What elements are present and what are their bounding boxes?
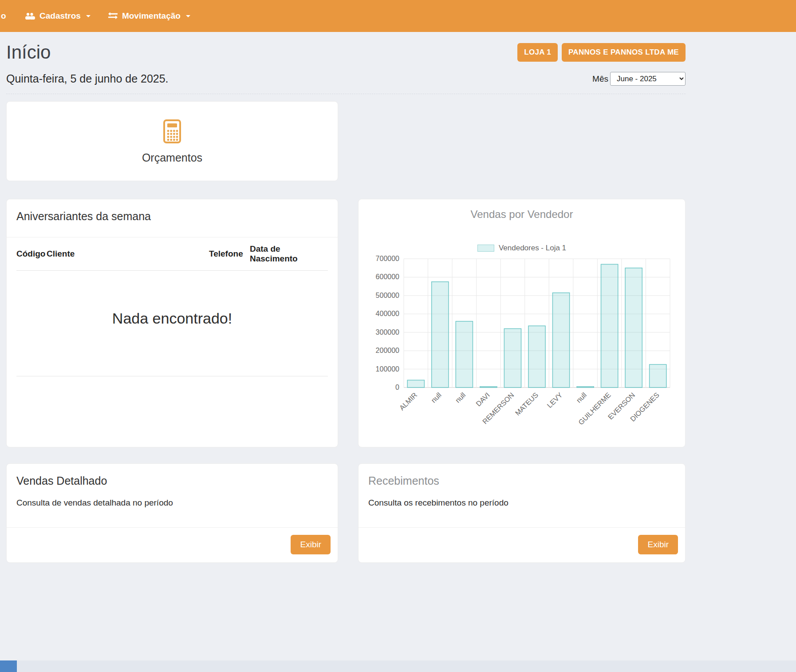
vendas-exibir-button[interactable]: Exibir	[291, 535, 331, 554]
users-icon	[25, 12, 35, 20]
svg-text:600000: 600000	[376, 273, 399, 281]
header-buttons: LOJA 1 PANNOS E PANNOS LTDA ME	[517, 43, 686, 62]
footer-bar	[0, 660, 796, 672]
orcamentos-card[interactable]: Orçamentos	[6, 101, 338, 181]
svg-text:null: null	[454, 391, 467, 404]
nav-item-movimentacao[interactable]: Movimentação	[108, 11, 190, 21]
footer-accent-square	[0, 660, 17, 672]
column-header-cliente: Cliente	[47, 237, 209, 271]
page-header: Início LOJA 1 PANNOS E PANNOS LTDA ME	[6, 42, 686, 63]
loja-button[interactable]: LOJA 1	[517, 43, 558, 62]
nav-item-label: Cadastros	[39, 11, 81, 21]
current-date: Quinta-feira, 5 de junho de 2025.	[6, 72, 169, 85]
birthdays-card: Aniversariantes da semana Código Cliente…	[6, 199, 338, 447]
svg-text:400000: 400000	[376, 310, 399, 317]
birthdays-table: Código Cliente Telefone Data de Nascimen…	[16, 237, 328, 376]
navbar: o Cadastros Movimentação	[0, 0, 796, 32]
svg-text:700000: 700000	[376, 255, 399, 262]
month-label: Mês	[592, 74, 608, 84]
calculator-icon	[159, 119, 185, 146]
navbar-truncated-item[interactable]: o	[1, 11, 7, 21]
recebimentos-exibir-button[interactable]: Exibir	[638, 535, 678, 554]
recebimentos-card: Recebimentos Consulta os recebimentos no…	[358, 463, 686, 563]
legend-label: Vendedores - Loja 1	[499, 244, 566, 253]
bottom-row: Vendas Detalhado Consulta de vendas deta…	[6, 463, 686, 563]
svg-text:300000: 300000	[376, 328, 399, 336]
column-header-codigo: Código	[16, 237, 47, 271]
middle-row: Aniversariantes da semana Código Cliente…	[6, 199, 686, 447]
chevron-down-icon	[186, 15, 190, 17]
recebimentos-description: Consulta os recebimentos no período	[368, 498, 675, 508]
svg-text:null: null	[430, 391, 443, 404]
svg-text:0: 0	[395, 383, 399, 391]
vendas-chart: 0100000200000300000400000500000600000700…	[366, 254, 677, 432]
empty-state-message: Nada encontrado!	[16, 271, 328, 376]
legend-swatch	[477, 245, 494, 252]
chart-title: Vendas por Vendedor	[359, 199, 685, 221]
svg-text:200000: 200000	[376, 347, 399, 354]
company-button[interactable]: PANNOS E PANNOS LTDA ME	[562, 43, 686, 62]
sales-chart-card: Vendas por Vendedor Vendedores - Loja 1 …	[358, 199, 686, 447]
svg-text:null: null	[575, 391, 588, 404]
date-row: Quinta-feira, 5 de junho de 2025. Mês Ju…	[6, 72, 686, 94]
month-select[interactable]: June - 2025	[610, 72, 686, 86]
orcamentos-label: Orçamentos	[142, 151, 202, 164]
table-row: Nada encontrado!	[16, 271, 328, 376]
nav-item-label: Movimentação	[122, 11, 181, 21]
exchange-icon	[108, 12, 118, 20]
page-content: Início LOJA 1 PANNOS E PANNOS LTDA ME Qu…	[6, 32, 686, 563]
page-title: Início	[6, 42, 51, 63]
svg-text:500000: 500000	[376, 292, 399, 299]
svg-text:DAVI: DAVI	[474, 391, 491, 408]
table-header-row: Código Cliente Telefone Data de Nascimen…	[16, 237, 328, 271]
svg-text:ALMIR: ALMIR	[398, 391, 419, 412]
vendas-detalhado-description: Consulta de vendas detalhada no período	[16, 498, 328, 508]
month-picker: Mês June - 2025	[592, 72, 686, 86]
svg-text:LEVY: LEVY	[546, 391, 564, 409]
vendas-detalhado-card: Vendas Detalhado Consulta de vendas deta…	[6, 463, 338, 563]
column-header-telefone: Telefone	[209, 237, 250, 271]
column-header-nascimento: Data de Nascimento	[250, 237, 328, 271]
svg-text:MATEUS: MATEUS	[514, 391, 540, 417]
vendas-detalhado-title: Vendas Detalhado	[16, 474, 328, 487]
chart-legend[interactable]: Vendedores - Loja 1	[359, 244, 685, 253]
nav-item-cadastros[interactable]: Cadastros	[25, 11, 91, 21]
birthdays-title: Aniversariantes da semana	[7, 199, 338, 237]
chevron-down-icon	[86, 15, 91, 17]
recebimentos-title: Recebimentos	[368, 474, 675, 487]
svg-text:100000: 100000	[376, 365, 399, 373]
